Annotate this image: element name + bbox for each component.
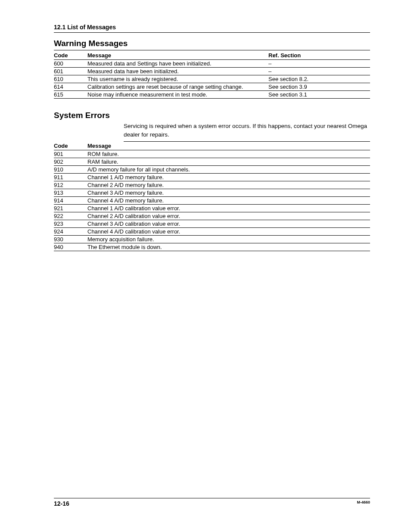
cell-code: 911 [54, 174, 87, 181]
system-table: Code Message 901ROM failure. 902RAM fail… [54, 142, 370, 251]
cell-code: 600 [54, 60, 87, 68]
col-code: Code [54, 51, 87, 60]
cell-code: 924 [54, 228, 87, 236]
table-row: 914Channel 4 A/D memory failure. [54, 197, 370, 205]
table-row: 610 This username is already registered.… [54, 75, 370, 83]
cell-code: 922 [54, 212, 87, 220]
cell-code: 614 [54, 83, 87, 91]
cell-ref: See section 3.9 [268, 83, 370, 91]
table-header-row: Code Message Ref. Section [54, 51, 370, 60]
table-row: 601 Measured data have been initialized.… [54, 68, 370, 75]
cell-message: The Ethernet module is down. [87, 243, 370, 251]
cell-message: Noise may influence measurement in test … [87, 91, 268, 99]
section-header: 12.1 List of Messages [54, 24, 370, 33]
cell-message: Memory acquisition failure. [87, 236, 370, 243]
cell-code: 910 [54, 166, 87, 174]
page-number: 12-16 [54, 500, 69, 507]
table-row: 923Channel 3 A/D calibration value error… [54, 220, 370, 228]
cell-message: ROM failure. [87, 150, 370, 158]
cell-code: 921 [54, 205, 87, 212]
cell-code: 901 [54, 150, 87, 158]
table-row: 901ROM failure. [54, 150, 370, 158]
cell-code: 930 [54, 236, 87, 243]
cell-code: 902 [54, 158, 87, 166]
doc-id: M-4660 [357, 500, 370, 504]
cell-code: 914 [54, 197, 87, 205]
col-message: Message [87, 51, 268, 60]
cell-code: 940 [54, 243, 87, 251]
cell-code: 912 [54, 181, 87, 189]
cell-code: 601 [54, 68, 87, 75]
cell-code: 615 [54, 91, 87, 99]
table-row: 614 Calibration settings are reset becau… [54, 83, 370, 91]
col-ref: Ref. Section [268, 51, 370, 60]
col-message: Message [87, 142, 370, 150]
table-row: 912Channel 2 A/D memory failure. [54, 181, 370, 189]
cell-message: Calibration settings are reset because o… [87, 83, 268, 91]
page-footer: 12-16 M-4660 [54, 498, 370, 507]
cell-message: Channel 3 A/D calibration value error. [87, 220, 370, 228]
cell-message: RAM failure. [87, 158, 370, 166]
cell-code: 610 [54, 75, 87, 83]
cell-message: Channel 4 A/D memory failure. [87, 197, 370, 205]
table-row: 902RAM failure. [54, 158, 370, 166]
table-row: 922Channel 2 A/D calibration value error… [54, 212, 370, 220]
table-row: 913Channel 3 A/D memory failure. [54, 189, 370, 197]
cell-ref: See section 3.1 [268, 91, 370, 99]
col-code: Code [54, 142, 87, 150]
cell-message: This username is already registered. [87, 75, 268, 83]
cell-code: 913 [54, 189, 87, 197]
cell-message: Channel 3 A/D memory failure. [87, 189, 370, 197]
cell-message: Channel 1 A/D memory failure. [87, 174, 370, 181]
cell-ref: – [268, 68, 370, 75]
table-row: 940The Ethernet module is down. [54, 243, 370, 251]
cell-message: Measured data and Settings have been ini… [87, 60, 268, 68]
warning-table: Code Message Ref. Section 600 Measured d… [54, 51, 370, 99]
table-row: 930Memory acquisition failure. [54, 236, 370, 243]
cell-message: A/D memory failure for all input channel… [87, 166, 370, 174]
cell-ref: See section 8.2. [268, 75, 370, 83]
cell-ref: – [268, 60, 370, 68]
cell-code: 923 [54, 220, 87, 228]
table-row: 921Channel 1 A/D calibration value error… [54, 205, 370, 212]
table-row: 615 Noise may influence measurement in t… [54, 91, 370, 99]
system-heading: System Errors [54, 111, 370, 122]
cell-message: Channel 1 A/D calibration value error. [87, 205, 370, 212]
cell-message: Channel 2 A/D memory failure. [87, 181, 370, 189]
cell-message: Channel 4 A/D calibration value error. [87, 228, 370, 236]
page: 12.1 List of Messages Warning Messages C… [0, 0, 411, 532]
system-intro: Servicing is required when a system erro… [124, 122, 370, 142]
table-header-row: Code Message [54, 142, 370, 150]
table-row: 910A/D memory failure for all input chan… [54, 166, 370, 174]
warning-heading: Warning Messages [54, 39, 370, 50]
cell-message: Channel 2 A/D calibration value error. [87, 212, 370, 220]
table-row: 924Channel 4 A/D calibration value error… [54, 228, 370, 236]
table-row: 911Channel 1 A/D memory failure. [54, 174, 370, 181]
table-row: 600 Measured data and Settings have been… [54, 60, 370, 68]
cell-message: Measured data have been initialized. [87, 68, 268, 75]
